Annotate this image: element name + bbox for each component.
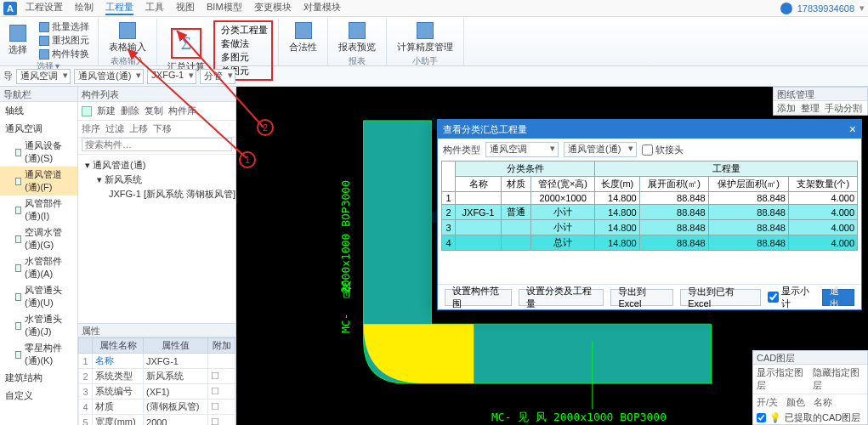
property-row[interactable]: 1名称JXFG-1 [79, 354, 235, 369]
sort-button[interactable]: 排序 [82, 122, 100, 135]
set-range-button[interactable]: 设置构件范围 [445, 289, 512, 306]
nav-item[interactable]: 通风设备(通)(S) [0, 138, 77, 167]
filter-button[interactable]: 过滤 [105, 122, 124, 135]
suite-method[interactable]: 套做法 [218, 37, 268, 50]
drawing-mgmt-panel: 图纸管理 添加 整理 手动分割 [773, 87, 868, 116]
table-row[interactable]: 3小计14.80088.84888.8484.000 [442, 220, 858, 235]
soft-joint-checkbox[interactable]: 软接头 [642, 144, 684, 156]
property-row[interactable]: 5宽度(mm)2000 [79, 415, 235, 426]
titlebar: A 工程设置 绘制 工程量 工具 视图 BIM模型 变更模块 对量模块 1783… [0, 0, 868, 17]
library-button[interactable]: 构件库 [168, 105, 196, 117]
nav-item[interactable]: 通风管道(通)(F) [0, 167, 77, 196]
app-logo: A [3, 2, 17, 15]
layer-checkbox[interactable] [757, 413, 766, 422]
label-horizontal: MC- 见 风 2000x1000 BOP3000 [491, 410, 667, 425]
show-subtotal-checkbox[interactable]: 显示小计 [768, 285, 815, 310]
label-type: 构件类型 [443, 144, 480, 156]
property-row[interactable]: 2系统类型新风系统 [79, 369, 235, 384]
property-row[interactable]: 4材质(薄钢板风管) [79, 400, 235, 415]
report-preview-button[interactable]: 报表预览 [333, 20, 381, 55]
legality-button[interactable]: 合法性 [284, 20, 322, 55]
nav-item[interactable]: 水管部件(通)(A) [0, 253, 77, 282]
tree-node[interactable]: ▾ 通风管道(通) [82, 158, 232, 173]
user-id[interactable]: 17839934608 [797, 3, 854, 14]
menu-item[interactable]: 绘制 [75, 1, 94, 15]
col-header: 颜色 [786, 396, 805, 409]
nav-item[interactable]: 风管通头(通)(U) [0, 282, 77, 311]
filter-category[interactable]: 通风空调 [16, 69, 71, 84]
menu-item[interactable]: 工程量 [105, 1, 133, 15]
property-row[interactable]: 3系统编号(XF1) [79, 384, 235, 400]
close-icon[interactable]: × [849, 122, 856, 136]
tree-leaf[interactable]: JXFG-1 [新风系统 薄钢板风管] 2000*1000 [82, 187, 232, 201]
dialog-titlebar[interactable]: 查看分类汇总工程量 × [438, 120, 861, 139]
delete-button[interactable]: 删除 [121, 105, 139, 117]
filter-type[interactable]: 通风管道(通) [74, 69, 144, 84]
filter-scope[interactable]: 分管 [200, 69, 235, 84]
split-button[interactable]: 手动分割 [825, 102, 862, 115]
tab-show[interactable]: 显示指定图层 [757, 366, 808, 392]
properties-table: 属性名称属性值附加 1名称JXFG-12系统类型新风系统3系统编号(XF1)4材… [78, 337, 235, 425]
left-nav-header: 导航栏 [0, 87, 77, 102]
menu-item[interactable]: 工具 [145, 1, 164, 15]
label-vertical: MC- 见 风 2000x1000 BOP3000 [338, 180, 354, 333]
left-nav: 导航栏 轴线 通风空调 通风设备(通)(S)通风管道(通)(F)风管部件(通)(… [0, 87, 78, 425]
menu-item[interactable]: 工程设置 [26, 1, 63, 15]
tree-node[interactable]: ▾ 新风系统 [82, 173, 232, 187]
tab-hide[interactable]: 隐藏指定图层 [813, 366, 864, 392]
drawing-mgmt-header: 图纸管理 [774, 88, 867, 101]
nav-group-hvac[interactable]: 通风空调 [0, 120, 77, 138]
nav-group-custom[interactable]: 自定义 [0, 387, 77, 405]
plus-icon [82, 106, 92, 116]
component-list-header: 构件列表 [78, 87, 235, 102]
sigma-icon: Σ [171, 28, 201, 59]
movedown-button[interactable]: 下移 [153, 122, 172, 135]
component-tree[interactable]: ▾ 通风管道(通) ▾ 新风系统 JXFG-1 [新风系统 薄钢板风管] 200… [78, 155, 235, 323]
layer-row[interactable]: 💡已提取的CAD图层 [753, 411, 867, 425]
main-menu: 工程设置 绘制 工程量 工具 视图 BIM模型 变更模块 对量模块 [26, 1, 341, 15]
dialog-title: 查看分类汇总工程量 [443, 123, 527, 136]
cad-layer-header: CAD图层 [753, 351, 867, 365]
batch-select[interactable]: 批量选择 [39, 20, 89, 33]
table-input-button[interactable]: 表格输入 [104, 20, 151, 55]
summary-table: 分类条件 工程量 名称材质管径(宽×高) 长度(m)展开面积(㎡)保护层面积(㎡… [441, 161, 858, 251]
table-row[interactable]: 12000×100014.80088.84888.8484.000 [442, 192, 858, 205]
menu-item[interactable]: 视图 [176, 1, 195, 15]
table-row[interactable]: 2JXFG-1普通小计14.80088.84888.8484.000 [442, 205, 858, 220]
menu-item[interactable]: 变更模块 [254, 1, 292, 15]
organize-button[interactable]: 整理 [801, 102, 820, 115]
precision-mgmt-button[interactable]: 计算精度管理 [392, 20, 458, 55]
add-button[interactable]: 添加 [777, 102, 796, 115]
menu-item[interactable]: BIM模型 [207, 1, 242, 15]
filter-label: 导 [3, 70, 13, 82]
nav-item[interactable]: 零星构件(通)(K) [0, 340, 77, 369]
nav-item[interactable]: 风管部件(通)(I) [0, 196, 77, 224]
nav-group-struct[interactable]: 建筑结构 [0, 369, 77, 387]
multi-element[interactable]: 多图元 [218, 51, 268, 64]
refind[interactable]: 重找图元 [39, 34, 89, 47]
copy-button[interactable]: 复制 [145, 105, 163, 117]
search-input[interactable] [82, 138, 232, 151]
export-existing-excel-button[interactable]: 导出到已有Excel [680, 289, 760, 306]
set-classify-button[interactable]: 设置分类及工程量 [519, 289, 604, 306]
classified-qty[interactable]: 分类工程量 [218, 24, 268, 37]
component-list: 构件列表 新建 删除 复制 构件库 排序 过滤 上移 下移 ▾ 通风管道(通) … [78, 87, 236, 323]
nav-item[interactable]: 水管通头(通)(J) [0, 311, 77, 340]
summary-dialog: 查看分类汇总工程量 × 构件类型 通风空调 通风管道(通) 软接头 分类条件 工… [437, 119, 862, 310]
select-pipe[interactable]: 通风管道(通) [564, 142, 637, 157]
select-category[interactable]: 通风空调 [485, 142, 559, 157]
menu-item[interactable]: 对量模块 [304, 1, 341, 15]
nav-group-axis[interactable]: 轴线 [0, 102, 77, 120]
avatar[interactable] [780, 3, 792, 14]
table-row[interactable]: 4总计14.80088.84888.8484.000 [442, 235, 858, 251]
filter-bar: 导 通风空调 通风管道(通) JXFG-1 分管 [0, 66, 868, 87]
convert[interactable]: 构件转换 [39, 48, 89, 60]
moveup-button[interactable]: 上移 [129, 122, 148, 135]
new-button[interactable]: 新建 [97, 105, 116, 117]
nav-item[interactable]: 空调水管(通)(G) [0, 224, 77, 253]
export-excel-button[interactable]: 导出到Excel [610, 289, 673, 306]
select-button[interactable]: 选择 [3, 20, 32, 60]
properties-panel: 属性 属性名称属性值附加 1名称JXFG-12系统类型新风系统3系统编号(XF1… [78, 323, 236, 425]
exit-button[interactable]: 退出 [822, 289, 855, 306]
filter-component[interactable]: JXFG-1 [147, 69, 196, 84]
